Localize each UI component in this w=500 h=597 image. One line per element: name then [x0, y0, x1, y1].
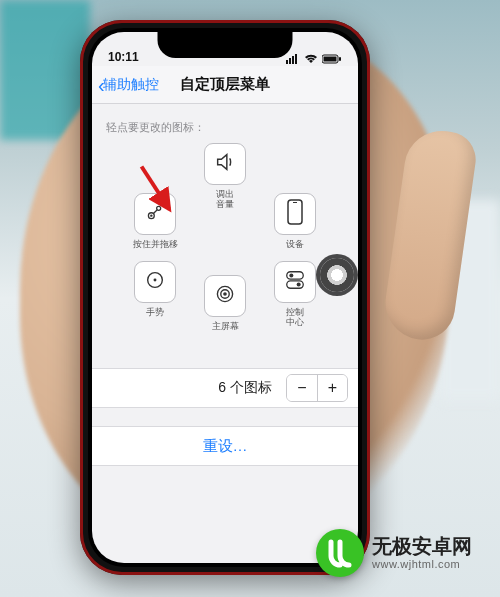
- svg-rect-5: [324, 57, 337, 62]
- tile-press-drag[interactable]: 按住并拖移: [130, 193, 180, 249]
- tile-label: 主屏幕: [200, 321, 250, 331]
- tile-volume[interactable]: 调出 音量: [200, 143, 250, 210]
- battery-icon: [322, 54, 342, 64]
- gesture-icon: [144, 269, 166, 295]
- menu-grid: 调出 音量 按住并拖移 设备: [116, 143, 334, 328]
- watermark-brand: 无极安卓网: [372, 535, 472, 558]
- tile-gesture[interactable]: 手势: [130, 261, 180, 317]
- press-drag-icon: [144, 201, 166, 227]
- tile-label: 调出 音量: [200, 189, 250, 210]
- svg-point-22: [297, 283, 301, 287]
- icon-count-row: 6 个图标 − +: [92, 368, 358, 408]
- wifi-icon: [304, 54, 318, 64]
- device-icon: [285, 199, 305, 229]
- svg-rect-1: [289, 58, 291, 64]
- watermark-url: www.wjhtml.com: [372, 558, 472, 571]
- watermark: 无极安卓网 www.wjhtml.com: [308, 523, 486, 583]
- svg-point-20: [289, 273, 293, 277]
- page-title: 自定顶层菜单: [180, 75, 270, 94]
- tile-home[interactable]: 主屏幕: [200, 275, 250, 331]
- tile-device[interactable]: 设备: [270, 193, 320, 249]
- signal-icon: [286, 54, 300, 64]
- stepper-minus-button[interactable]: −: [287, 375, 317, 401]
- svg-point-9: [150, 214, 152, 216]
- reset-button[interactable]: 重设…: [92, 426, 358, 466]
- svg-point-18: [223, 292, 227, 296]
- phone-frame: 10:11 ‹ 辅助触控 自定顶: [80, 20, 370, 575]
- svg-rect-6: [339, 57, 341, 61]
- tile-label: 控制 中心: [270, 307, 320, 328]
- stepper-plus-button[interactable]: +: [317, 375, 347, 401]
- home-icon: [214, 283, 236, 309]
- tile-control-center[interactable]: 控制 中心: [270, 261, 320, 328]
- svg-rect-19: [287, 272, 304, 279]
- back-button[interactable]: ‹ 辅助触控: [98, 75, 159, 95]
- tile-label: 设备: [270, 239, 320, 249]
- tile-label: 手势: [130, 307, 180, 317]
- speaker-icon: [214, 151, 236, 177]
- svg-rect-21: [287, 281, 304, 288]
- icon-count-label: 6 个图标: [218, 379, 272, 397]
- status-time: 10:11: [108, 50, 139, 64]
- reset-label: 重设…: [203, 437, 248, 456]
- svg-rect-2: [292, 56, 294, 64]
- svg-point-10: [157, 206, 161, 210]
- watermark-logo-icon: [316, 529, 364, 577]
- phone-screen: 10:11 ‹ 辅助触控 自定顶: [92, 32, 358, 563]
- tile-label: 按住并拖移: [130, 239, 180, 249]
- control-center-icon: [284, 269, 306, 295]
- svg-point-15: [154, 279, 157, 282]
- notch: [158, 32, 293, 58]
- svg-rect-12: [288, 200, 302, 224]
- svg-line-11: [153, 210, 157, 214]
- nav-bar: ‹ 辅助触控 自定顶层菜单: [92, 66, 358, 104]
- svg-rect-3: [295, 54, 297, 64]
- icon-count-stepper: − +: [286, 374, 348, 402]
- svg-rect-0: [286, 60, 288, 64]
- assistivetouch-button[interactable]: [320, 258, 354, 292]
- section-label: 轻点要更改的图标：: [92, 104, 358, 143]
- back-label: 辅助触控: [103, 76, 159, 94]
